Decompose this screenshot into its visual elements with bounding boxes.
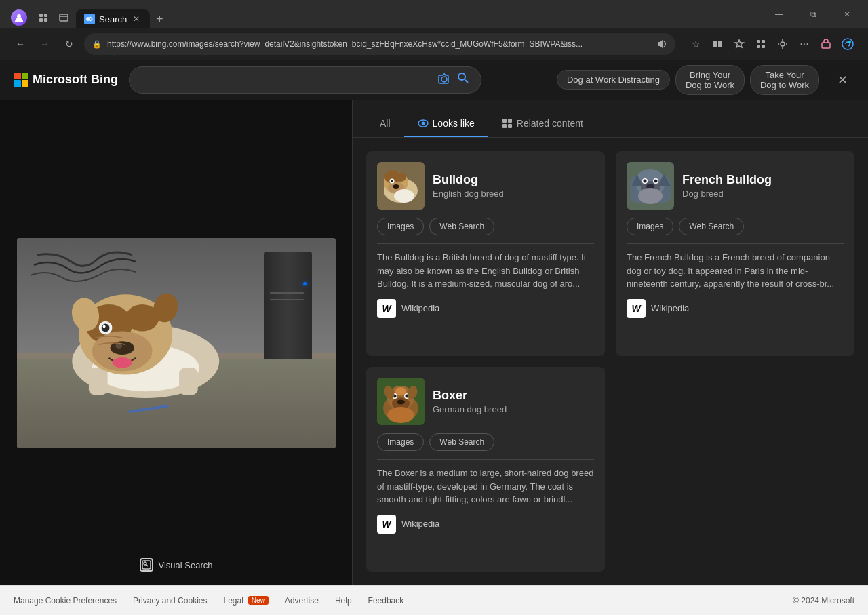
computer-tower [264,252,312,374]
read-aloud-icon[interactable] [656,39,667,49]
bulldog-divider [377,243,594,244]
back-btn[interactable]: ← [11,35,30,54]
search-bar[interactable] [129,66,481,94]
svg-point-29 [113,357,133,368]
favorites-btn[interactable] [730,35,749,54]
reader-view-btn[interactable] [708,35,727,54]
bulldog-wiki-icon: W [377,299,396,318]
ms-sq-red [14,73,21,80]
new-tab-btn[interactable]: + [150,9,169,28]
tab-close-btn[interactable]: ✕ [131,14,142,24]
boxer-thumbnail [377,378,425,425]
search-submit-icon[interactable] [456,71,470,88]
footer-legal-container: Legal New [223,596,268,606]
french-bulldog-websearch-btn[interactable]: Web Search [679,218,744,235]
refresh-btn[interactable]: ↻ [60,35,79,54]
panel-close-btn[interactable]: ✕ [830,68,854,92]
visual-search-btn[interactable]: Visual Search [140,558,213,572]
svg-rect-40 [508,119,512,123]
svg-rect-1 [39,14,43,17]
star-btn[interactable]: ☆ [686,35,705,54]
bulldog-actions: Images Web Search [377,218,594,235]
bulldog-wiki[interactable]: W Wikipedia [377,299,594,318]
french-bulldog-wiki-icon: W [627,299,646,318]
footer-help[interactable]: Help [335,596,352,606]
tab-related-content[interactable]: Related content [488,111,597,137]
footer-advertise[interactable]: Advertise [285,596,319,606]
visual-search-icon [140,558,153,572]
footer-copyright: © 2024 Microsoft [793,596,854,606]
browser-profile-icon[interactable] [11,9,27,26]
search-input[interactable] [140,74,432,85]
bulldog-desc: The Bulldog is a British breed of dog of… [377,251,594,291]
forward-btn[interactable]: → [35,35,54,54]
related-search-tags: Dog at Work Distracting Bring YourDog to… [557,65,819,95]
tab-looks-like[interactable]: Looks like [404,111,488,137]
svg-rect-12 [762,45,765,48]
camera-search-icon[interactable] [437,72,451,88]
pinned-tab-collections[interactable] [34,7,53,28]
close-btn[interactable]: ✕ [831,3,863,25]
svg-rect-8 [718,41,722,47]
boxer-info: Boxer German dog breed [433,389,507,414]
collections-btn[interactable] [751,35,770,54]
active-tab[interactable]: Search ✕ [76,9,150,28]
footer-privacy-cookies[interactable]: Privacy and Cookies [133,596,207,606]
tab-all-label: All [380,118,391,129]
url-text: https://www.bing.com/images/search?view=… [107,39,651,49]
svg-rect-42 [508,124,512,128]
extension-btn[interactable] [773,35,792,54]
svg-rect-39 [502,119,507,123]
svg-rect-9 [757,40,760,43]
looks-like-icon [418,118,429,129]
svg-rect-22 [179,368,198,395]
french-bulldog-images-btn[interactable]: Images [627,218,673,235]
french-bulldog-wiki[interactable]: W Wikipedia [627,299,844,318]
svg-point-74 [395,387,406,395]
bing-logo-text: Microsoft Bing [33,73,118,87]
dog-svg [42,254,250,401]
tab-all[interactable]: All [366,111,404,137]
browser-chrome: Search ✕ + — ⧉ ✕ ← → ↻ 🔒 https://www.bin… [0,0,868,60]
svg-point-31 [102,324,110,332]
footer-feedback[interactable]: Feedback [368,596,404,606]
svg-point-52 [394,189,414,203]
boxer-websearch-btn[interactable]: Web Search [429,433,494,451]
minimize-btn[interactable]: — [764,3,795,25]
bulldog-images-btn[interactable]: Images [377,218,424,235]
bulldog-websearch-btn[interactable]: Web Search [429,218,494,235]
bulldog-info: Bulldog English dog breed [433,173,504,199]
shopping-btn[interactable] [816,35,835,54]
svg-rect-3 [39,18,43,22]
main-image [17,238,336,448]
related-tag-0[interactable]: Dog at Work Distracting [557,70,670,90]
footer-legal[interactable]: Legal [223,596,243,606]
french-bulldog-divider [627,243,844,244]
ms-sq-green [22,73,29,80]
breed-cards-grid: Bulldog English dog breed Images Web Sea… [353,138,868,585]
pinned-tab-browser[interactable] [54,7,73,28]
url-bar[interactable]: 🔒 https://www.bing.com/images/search?vie… [84,33,675,55]
boxer-name: Boxer [433,389,507,403]
related-tag-2[interactable]: Take YourDog to Work [750,65,819,95]
boxer-wiki-label: Wikipedia [401,519,439,529]
boxer-images-btn[interactable]: Images [377,433,424,451]
bing-logo[interactable]: Microsoft Bing [14,73,118,87]
french-bulldog-thumbnail [627,162,674,210]
bing-copilot-btn[interactable] [838,35,857,54]
footer-manage-cookies[interactable]: Manage Cookie Preferences [14,596,117,606]
svg-point-63 [654,180,658,183]
boxer-wiki[interactable]: W Wikipedia [377,515,594,534]
french-bulldog-desc: The French Bulldog is a French breed of … [627,251,844,291]
bing-header: Microsoft Bing Dog at Work Distracting B… [0,60,868,100]
restore-btn[interactable]: ⧉ [797,3,829,25]
tabs-left: Search ✕ + [5,0,169,28]
related-content-icon [502,118,513,129]
svg-rect-10 [762,40,765,43]
tab-favicon [84,14,95,24]
svg-rect-7 [713,41,717,47]
bulldog-thumbnail [377,162,425,210]
svg-point-51 [391,180,393,182]
browser-menu-btn[interactable]: ··· [795,35,814,54]
related-tag-1[interactable]: Bring YourDog to Work [675,65,745,95]
